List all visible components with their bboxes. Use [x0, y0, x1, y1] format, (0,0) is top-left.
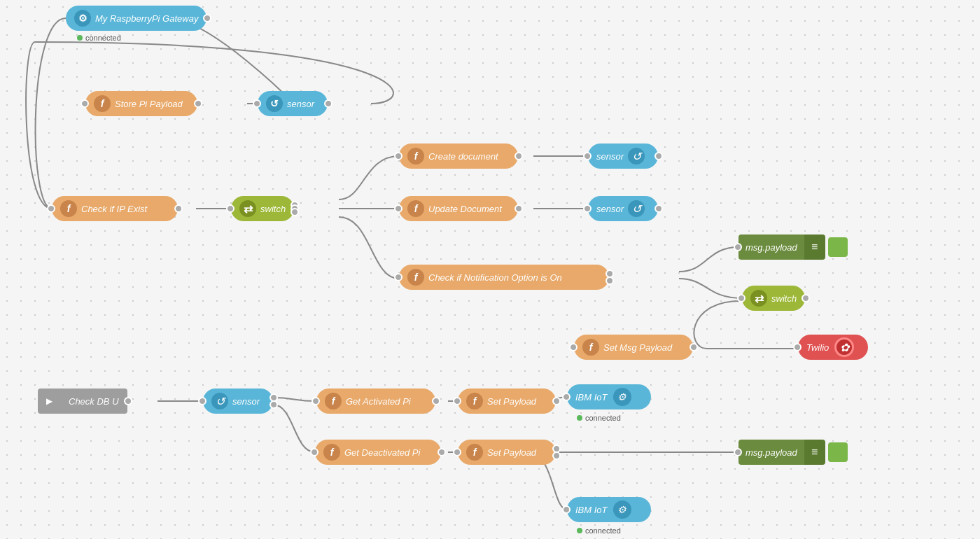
- ibm-iot1-status-dot: [577, 415, 582, 421]
- status-dot: [77, 35, 83, 41]
- sensor1-port-left: [253, 99, 261, 108]
- sensor2-label: sensor: [596, 151, 624, 162]
- switch1-port-right3: [290, 208, 299, 216]
- ibm-iot1-node[interactable]: IBM IoT ⚙: [567, 384, 651, 410]
- get-activated-label: Get Activated Pi: [346, 396, 411, 407]
- status-label: connected: [85, 34, 121, 42]
- sensor4-port-left: [198, 397, 206, 405]
- twilio-label: Twilio: [806, 342, 829, 353]
- check-ip-port-left: [47, 204, 55, 213]
- sensor4-node[interactable]: ↺ sensor: [203, 388, 273, 414]
- set-payload1-node[interactable]: f Set Payload: [458, 388, 556, 414]
- ibm-iot1-status-label: connected: [585, 414, 621, 422]
- switch2-label: switch: [771, 293, 797, 304]
- msg-payload2-label: msg.payload: [738, 440, 804, 465]
- switch2-port-left: [737, 294, 746, 302]
- switch1-node[interactable]: ⇄ switch: [231, 196, 294, 221]
- check-db-port-right: [124, 397, 132, 405]
- msg-payload1-label: msg.payload: [738, 234, 804, 260]
- check-ip-node[interactable]: f Check if IP Exist: [52, 196, 178, 221]
- get-activated-port-right: [432, 397, 440, 405]
- msg-payload2-green: [828, 442, 848, 462]
- msg-payload2-node[interactable]: msg.payload ≡: [738, 440, 848, 465]
- set-payload2-port-left: [453, 448, 461, 456]
- check-ip-label: Check if IP Exist: [81, 204, 147, 214]
- sensor3-node[interactable]: sensor ↺: [588, 196, 658, 221]
- sensor1-node[interactable]: ↺ sensor: [258, 91, 328, 116]
- check-db-node[interactable]: ▶ Check DB U: [38, 388, 127, 414]
- set-msg-payload-node[interactable]: f Set Msg Payload: [574, 335, 693, 360]
- ibm-iot2-port-left: [562, 505, 570, 514]
- create-doc-label: Create document: [428, 151, 498, 162]
- update-doc-port-right: [514, 204, 523, 213]
- update-document-node[interactable]: f Update Document: [399, 196, 518, 221]
- sensor2-node[interactable]: sensor ↺: [588, 144, 658, 169]
- twilio-port-left: [793, 343, 802, 351]
- store-pi-port-right: [194, 99, 202, 108]
- check-notif-port-right2: [606, 276, 614, 285]
- msg-payload2-port-left: [734, 448, 742, 456]
- update-doc-port-left: [394, 204, 402, 213]
- create-doc-port-right: [514, 152, 523, 160]
- sensor4-icon: ↺: [211, 393, 228, 410]
- set-payload1-port-left: [453, 397, 461, 405]
- ibm-iot1-port-left: [562, 393, 570, 401]
- ibm-iot2-status-dot: [577, 528, 582, 533]
- store-pi-port-left: [80, 99, 89, 108]
- raspberry-gateway-node[interactable]: ⚙ My RaspberryPi Gateway: [66, 6, 206, 31]
- raspberry-gateway-status: connected: [77, 34, 121, 42]
- set-payload1-port-right: [552, 397, 561, 405]
- get-deactivated-node[interactable]: f Get Deactivated Pi: [315, 440, 441, 465]
- ibm-iot2-status-label: connected: [585, 526, 621, 535]
- twilio-icon: ✿: [834, 337, 854, 357]
- update-doc-label: Update Document: [428, 204, 502, 214]
- msg-payload1-icon: ≡: [804, 234, 825, 260]
- inject-arrow: ▶: [38, 388, 60, 414]
- sensor1-port-right: [324, 99, 332, 108]
- msg-payload1-node[interactable]: msg.payload ≡: [738, 234, 848, 260]
- ibm-iot2-status: connected: [577, 526, 621, 535]
- get-deactivated-port-left: [310, 448, 318, 456]
- check-db-label: Check DB U: [60, 388, 127, 414]
- switch2-port-right: [802, 294, 810, 302]
- set-msg-label: Set Msg Payload: [603, 342, 672, 353]
- store-pi-payload-node[interactable]: f Store Pi Payload: [85, 91, 197, 116]
- sensor4-port-right2: [270, 400, 278, 409]
- msg-payload1-port-left: [734, 243, 742, 251]
- ibm-iot1-icon: ⚙: [613, 388, 631, 406]
- msg-payload2-icon: ≡: [804, 440, 825, 465]
- check-notification-node[interactable]: f Check if Notification Option is On: [399, 265, 609, 290]
- store-pi-label: Store Pi Payload: [115, 99, 183, 109]
- sensor3-port-left: [583, 204, 592, 213]
- switch2-node[interactable]: ⇄ switch: [742, 286, 805, 311]
- sensor4-label: sensor: [232, 396, 260, 407]
- get-activated-node[interactable]: f Get Activated Pi: [316, 388, 435, 414]
- get-deactivated-label: Get Deactivated Pi: [344, 447, 420, 458]
- set-payload2-node[interactable]: f Set Payload: [458, 440, 556, 465]
- set-msg-port-left: [569, 343, 578, 351]
- set-msg-port-right: [690, 343, 698, 351]
- create-document-node[interactable]: f Create document: [399, 144, 518, 169]
- twilio-node[interactable]: Twilio ✿: [798, 335, 868, 360]
- sensor3-label: sensor: [596, 204, 624, 214]
- switch1-port-left: [226, 204, 234, 213]
- ibm-iot1-status: connected: [577, 414, 621, 422]
- sensor2-icon: ↺: [628, 148, 645, 164]
- sensor3-icon: ↺: [628, 200, 645, 217]
- sensor2-port-right: [654, 152, 663, 160]
- ibm-iot2-label: IBM IoT: [575, 505, 608, 515]
- check-ip-port-right: [174, 204, 183, 213]
- sensor3-port-right: [654, 204, 663, 213]
- get-deactivated-port-right: [438, 448, 446, 456]
- raspberry-gateway-label: My RaspberryPi Gateway: [95, 13, 198, 24]
- check-notif-port-left: [394, 273, 402, 281]
- check-notif-label: Check if Notification Option is On: [428, 272, 562, 283]
- sensor2-port-left: [583, 152, 592, 160]
- ibm-iot2-node[interactable]: IBM IoT ⚙: [567, 497, 651, 522]
- set-payload2-label: Set Payload: [487, 447, 536, 458]
- set-payload1-label: Set Payload: [487, 396, 536, 407]
- get-activated-port-left: [312, 397, 320, 405]
- sensor1-label: sensor: [287, 99, 314, 109]
- switch1-label: switch: [260, 204, 286, 214]
- ibm-iot2-icon: ⚙: [613, 500, 631, 519]
